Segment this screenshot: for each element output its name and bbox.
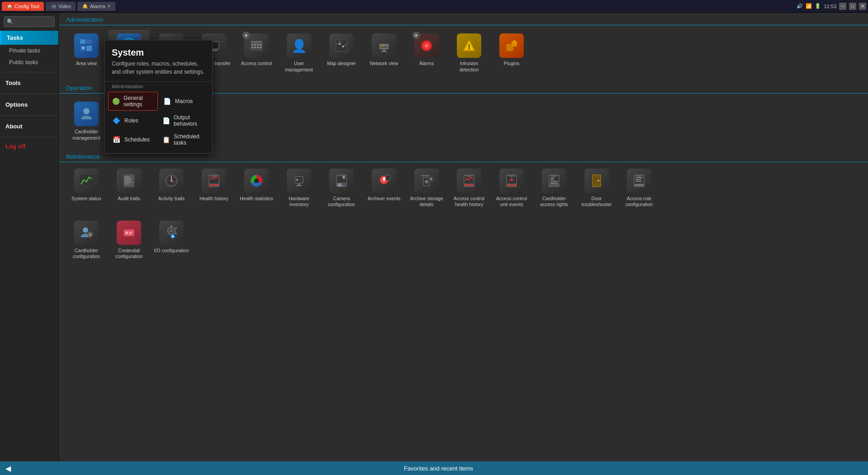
popup-item-scheduled-tasks[interactable]: 📋 Scheduled tasks [159, 131, 209, 149]
tab-config-tool[interactable]: 🏠 Config Tool [2, 2, 44, 11]
popup-item-schedules[interactable]: 📅 Schedules [108, 131, 158, 149]
sidebar-item-options[interactable]: Options [0, 98, 58, 112]
svg-point-54 [171, 180, 172, 182]
popup-item-general-settings[interactable]: 🟢 General settings [108, 92, 158, 111]
sidebar-sub-public-tasks[interactable]: Public tasks [0, 56, 58, 68]
icon-area-view[interactable]: Area view [66, 30, 107, 76]
close-alarms-tab[interactable]: ✕ [107, 4, 111, 9]
icon-system-status[interactable]: System status [66, 165, 107, 212]
svg-rect-30 [381, 51, 387, 52]
sidebar-sub-private-tasks[interactable]: Private tasks [0, 45, 58, 56]
window-close[interactable]: ✕ [859, 3, 866, 10]
icon-activity-trails[interactable]: Activity trails [151, 165, 192, 212]
sidebar-item-tools[interactable]: Tools [0, 76, 58, 90]
credential-configuration-label: Credential configuration [110, 248, 147, 260]
icon-credential-configuration[interactable]: Credential configuration [109, 217, 149, 263]
popup-item-output-behaviors[interactable]: 📄 Output behaviors [159, 112, 209, 130]
schedules-icon: 📅 [112, 135, 121, 144]
popup-item-macros[interactable]: 📄 Macros [159, 92, 209, 111]
icon-camera-configuration[interactable]: Camera configuration [321, 165, 362, 212]
icon-access-control-health[interactable]: Access control health history [449, 165, 489, 212]
svg-rect-28 [386, 45, 387, 46]
door-troubleshooter-icon-box [584, 169, 609, 193]
svg-point-70 [338, 184, 341, 187]
svg-rect-15 [251, 47, 253, 48]
svg-line-127 [175, 233, 176, 234]
icon-hardware-inventory[interactable]: Hardware inventory [279, 165, 319, 212]
sidebar-item-about[interactable]: About [0, 119, 58, 133]
sidebar-tasks-section: Tasks Private tasks Public tasks [0, 29, 58, 70]
icon-intrusion-detection[interactable]: Intrusion detection [449, 30, 489, 76]
window-maximize[interactable]: □ [849, 3, 856, 10]
intrusion-detection-icon-box [457, 33, 481, 58]
roles-icon: 🔷 [112, 116, 121, 125]
io-configuration-svg [163, 225, 180, 241]
icon-map-designer[interactable]: Map designer [321, 30, 362, 76]
svg-rect-98 [550, 177, 554, 180]
camera-configuration-svg [333, 173, 350, 189]
bottom-bar-title: Favorites and recent items [14, 465, 863, 472]
health-history-svg [206, 173, 222, 189]
battery-icon: 🔋 [815, 3, 821, 9]
svg-rect-27 [384, 45, 386, 46]
icon-health-history[interactable]: Health history [194, 165, 234, 212]
map-designer-icon-box [329, 33, 354, 58]
icon-archiver-events[interactable]: Archiver events [364, 165, 404, 212]
svg-rect-18 [260, 47, 261, 48]
network-view-icon-box [372, 33, 396, 58]
sidebar-search[interactable]: 🔍 [4, 16, 55, 27]
icon-cardholder-management[interactable]: Cardholder management [66, 98, 107, 145]
icon-access-rule-configuration[interactable]: Access rule configuration [619, 165, 659, 212]
popup-item-roles[interactable]: 🔷 Roles [108, 112, 158, 130]
svg-rect-11 [251, 44, 253, 46]
bottom-bar-arrow[interactable]: ◀ [5, 464, 11, 473]
hardware-inventory-icon-box [287, 169, 311, 193]
tab-alarms[interactable]: 🔔 Alarms ✕ [77, 2, 115, 11]
svg-rect-75 [383, 177, 385, 181]
sidebar-log-off[interactable]: Log off [0, 139, 58, 153]
maintenance-icon-grid-2: Cardholder configuration Credential conf… [59, 214, 868, 266]
icon-health-statistics[interactable]: Health statistics [236, 165, 277, 212]
icon-access-control-unit[interactable]: Access control unit events [491, 165, 532, 212]
system-status-label: System status [71, 196, 101, 202]
search-input[interactable] [15, 19, 52, 24]
options-label: Options [5, 101, 28, 108]
archiver-events-svg [376, 173, 392, 189]
icon-user-management[interactable]: 👤 User management [279, 30, 319, 76]
svg-rect-25 [381, 45, 382, 46]
icon-alarms[interactable]: + Alarms [406, 30, 447, 76]
icon-network-view[interactable]: Network view [364, 30, 404, 76]
icon-io-configuration[interactable]: I/O configuration [151, 217, 192, 263]
public-tasks-label: Public tasks [9, 59, 38, 66]
cardholder-configuration-label: Cardholder configuration [68, 248, 105, 260]
svg-rect-3 [86, 46, 92, 51]
icon-access-control[interactable]: + Access control [236, 30, 277, 76]
icon-audit-trails[interactable]: Audit trails [109, 165, 149, 212]
window-minimize[interactable]: ─ [839, 3, 846, 10]
tab-video[interactable]: 📹 Video [46, 2, 76, 11]
admin-header-label: Administration [66, 16, 103, 23]
icon-door-troubleshooter[interactable]: Door troubleshooter [576, 165, 617, 212]
speaker-icon: 🔊 [797, 3, 803, 9]
icon-plugins[interactable]: Plugins [491, 30, 532, 76]
svg-rect-36 [469, 44, 470, 48]
sidebar-divider-2 [0, 94, 58, 94]
scheduled-tasks-label: Scheduled tasks [174, 133, 205, 146]
sidebar-options-section: Options [0, 96, 58, 113]
private-tasks-label: Private tasks [9, 47, 40, 54]
svg-rect-16 [254, 47, 256, 48]
sidebar-item-tasks[interactable]: Tasks [0, 31, 58, 45]
admin-section-header: Administration [59, 13, 868, 25]
icon-cardholder-access-rights[interactable]: Cardholder access rights [534, 165, 574, 212]
access-control-label: Access control [241, 61, 272, 67]
taskbar-tabs: 🏠 Config Tool 📹 Video 🔔 Alarms ✕ [2, 2, 115, 11]
scheduled-tasks-icon: 📋 [162, 135, 170, 144]
svg-rect-57 [212, 175, 216, 177]
health-statistics-label: Health statistics [240, 196, 273, 202]
access-control-icon-box: + [244, 33, 269, 58]
archive-storage-details-svg [418, 173, 435, 189]
icon-cardholder-configuration[interactable]: Cardholder configuration [66, 217, 107, 263]
operation-header-label: Operation [66, 85, 92, 91]
icon-archive-storage-details[interactable]: Archive storage details [406, 165, 447, 212]
svg-rect-48 [124, 182, 132, 183]
